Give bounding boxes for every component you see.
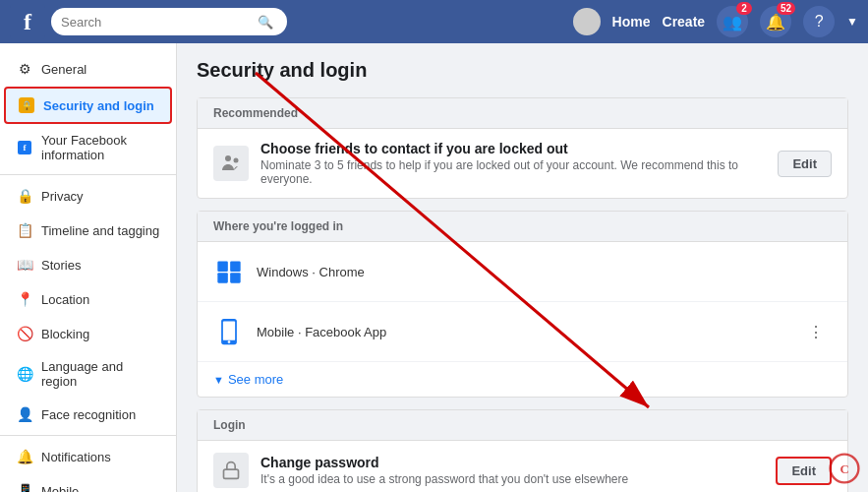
three-dots-btn[interactable]: ⋮ (800, 319, 832, 345)
windows-device-icon (213, 252, 245, 291)
svg-rect-9 (224, 469, 239, 478)
change-password-title: Change password (260, 455, 764, 470)
where-logged-header: Where you're logged in (198, 212, 847, 242)
sidebar-label-face: Face recognition (41, 407, 136, 422)
main-content: Security and login Recommended Choose fr… (177, 43, 868, 492)
sidebar-label-language: Language and region (41, 359, 160, 389)
friend-badge: 2 (736, 2, 752, 15)
blocking-icon: 🚫 (16, 325, 33, 342)
sidebar-item-stories[interactable]: 📖 Stories (4, 248, 172, 281)
change-password-row: Change password It's a good idea to use … (198, 441, 847, 492)
sidebar-item-face[interactable]: 👤 Face recognition (4, 398, 172, 431)
notifications-icon: 🔔 (16, 448, 33, 465)
avatar[interactable] (573, 8, 601, 35)
logged-device-1-name: Windows · Chrome (257, 265, 832, 279)
search-input[interactable] (61, 15, 258, 30)
sidebar-item-blocking[interactable]: 🚫 Blocking (4, 317, 172, 350)
choose-friends-text: Choose friends to contact if you are loc… (260, 141, 766, 186)
change-password-desc: It's a good idea to use a strong passwor… (260, 472, 764, 486)
sidebar-item-notifications[interactable]: 🔔 Notifications (4, 440, 172, 473)
see-more-btn[interactable]: ▼ See more (198, 362, 847, 397)
nav-right: Home Create 👥 2 🔔 52 ? ▼ (573, 6, 858, 37)
sidebar-label-notifications: Notifications (41, 450, 111, 464)
bell-icon: 🔔 (766, 13, 785, 31)
sidebar-item-location[interactable]: 📍 Location (4, 282, 172, 316)
gear-icon: ⚙ (16, 60, 33, 78)
lock-icon: 🔒 (18, 96, 35, 114)
sidebar-item-fb-info[interactable]: f Your Facebook information (4, 125, 172, 170)
friends-row-icon (213, 146, 249, 181)
sidebar-label-general: General (41, 62, 87, 77)
logged-row-1-text: Windows · Chrome (257, 265, 832, 279)
create-link[interactable]: Create (663, 14, 706, 30)
language-icon: 🌐 (16, 365, 33, 383)
sidebar-label-mobile: Mobile (41, 484, 79, 493)
sidebar: ⚙ General 🔒 Security and login f Your Fa… (0, 43, 177, 492)
help-icon-btn[interactable]: ? (803, 6, 835, 37)
friends-icon: 👥 (723, 13, 742, 31)
svg-point-8 (228, 340, 231, 343)
logged-device-2-name: Mobile · Facebook App (257, 325, 788, 339)
change-password-text: Change password It's a good idea to use … (260, 455, 764, 486)
sidebar-label-stories: Stories (41, 258, 81, 273)
privacy-icon: 🔒 (16, 187, 33, 205)
top-navigation: f 🔍 Home Create 👥 2 🔔 52 ? ▼ (0, 0, 868, 43)
page-wrapper: ⚙ General 🔒 Security and login f Your Fa… (0, 43, 868, 492)
choose-friends-title: Choose friends to contact if you are loc… (260, 141, 766, 156)
facebook-logo: f (10, 4, 45, 39)
location-icon: 📍 (16, 290, 33, 308)
chevron-down-icon: ▼ (213, 374, 224, 386)
change-password-edit-btn[interactable]: Edit (776, 457, 832, 485)
choose-friends-edit-btn[interactable]: Edit (778, 151, 832, 177)
mobile-icon: 📱 (16, 482, 33, 492)
home-link[interactable]: Home (612, 14, 651, 30)
timeline-icon: 📋 (16, 221, 33, 239)
stories-icon: 📖 (16, 256, 33, 274)
sidebar-item-privacy[interactable]: 🔒 Privacy (4, 179, 172, 213)
sidebar-label-location: Location (41, 292, 89, 307)
login-header: Login (198, 410, 847, 441)
login-section: Login Change password It's a good idea t… (197, 409, 848, 492)
face-icon: 👤 (16, 405, 33, 423)
svg-rect-3 (230, 262, 241, 273)
nav-dropdown-btn[interactable]: ▼ (846, 15, 858, 29)
recommended-header: Recommended (198, 98, 847, 129)
mobile-device-icon (213, 312, 245, 351)
sidebar-item-language[interactable]: 🌐 Language and region (4, 351, 172, 397)
question-icon: ? (815, 13, 824, 31)
facebook-small-icon: f (16, 139, 33, 156)
friends-icon-btn[interactable]: 👥 2 (717, 6, 748, 37)
search-icon: 🔍 (258, 15, 273, 30)
sidebar-item-general[interactable]: ⚙ General (4, 52, 172, 86)
recommended-section: Recommended Choose friends to contact if… (197, 97, 848, 199)
change-password-icon (213, 453, 249, 488)
where-logged-section: Where you're logged in Windows · Chrome … (197, 211, 848, 398)
choose-friends-desc: Nominate 3 to 5 friends to help if you a… (260, 158, 766, 186)
watermark: C (829, 453, 860, 484)
svg-rect-4 (217, 273, 228, 283)
svg-rect-5 (230, 273, 241, 283)
sidebar-label-privacy: Privacy (41, 189, 84, 204)
sidebar-label-blocking: Blocking (41, 327, 89, 341)
sidebar-item-mobile[interactable]: 📱 Mobile (4, 474, 172, 492)
sidebar-label-security: Security and login (43, 98, 154, 113)
notif-badge: 52 (777, 2, 795, 15)
svg-rect-7 (223, 322, 235, 340)
sidebar-label-timeline: Timeline and tagging (41, 223, 159, 238)
sidebar-item-security[interactable]: 🔒 Security and login (4, 87, 172, 124)
page-title: Security and login (197, 59, 848, 82)
choose-friends-row: Choose friends to contact if you are loc… (198, 129, 847, 198)
logged-row-2: Mobile · Facebook App ⋮ (198, 302, 847, 362)
svg-text:C: C (839, 462, 848, 476)
logged-row-1: Windows · Chrome (198, 242, 847, 302)
sidebar-label-fb-info: Your Facebook information (41, 133, 160, 162)
svg-point-0 (225, 155, 231, 161)
see-more-label: See more (228, 372, 283, 387)
logged-row-2-text: Mobile · Facebook App (257, 325, 788, 339)
svg-point-1 (234, 158, 239, 163)
sidebar-item-timeline[interactable]: 📋 Timeline and tagging (4, 214, 172, 247)
search-bar[interactable]: 🔍 (51, 8, 287, 35)
svg-rect-2 (217, 262, 228, 273)
notifications-icon-btn[interactable]: 🔔 52 (760, 6, 791, 37)
